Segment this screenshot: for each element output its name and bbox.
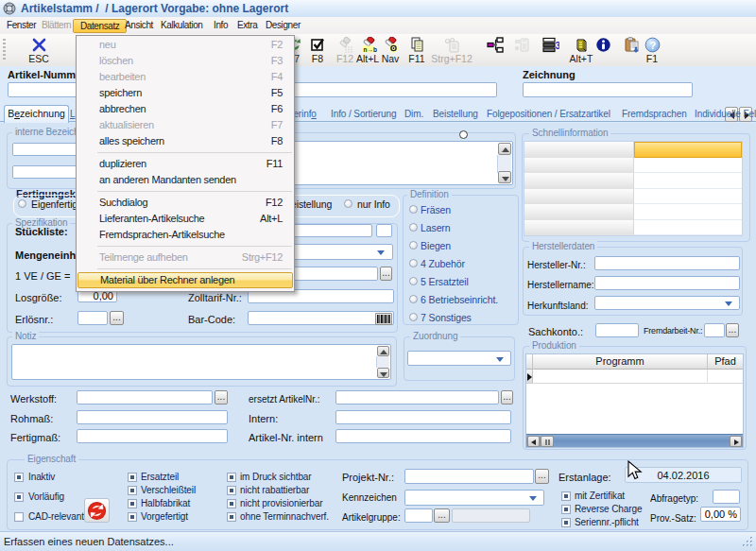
- menu-item-alles-speichern[interactable]: alles speichernF8: [77, 133, 294, 149]
- toolbar-button-f8[interactable]: F8: [306, 36, 329, 65]
- herkunftsland-select[interactable]: [594, 296, 740, 310]
- sachkonto-input[interactable]: [595, 323, 639, 337]
- abfragetyp-input[interactable]: [713, 490, 740, 504]
- notiz-textarea[interactable]: [11, 344, 391, 380]
- erloesnr-input[interactable]: [77, 311, 108, 325]
- schnellinfo-cell[interactable]: [634, 220, 742, 236]
- radio-definition-7-sonstiges[interactable]: [409, 313, 418, 321]
- checkbox-nicht-rabattierbar[interactable]: [227, 486, 236, 495]
- toolbar-button-clipboard-paste[interactable]: [620, 36, 643, 65]
- toolbar-button-info[interactable]: [592, 36, 614, 65]
- tab-individuelle-felder[interactable]: Individuelle Felder: [695, 109, 756, 119]
- provsatz-input[interactable]: [700, 507, 741, 522]
- checkbox-cad-relevant[interactable]: [14, 512, 24, 522]
- barcode-icon[interactable]: [375, 313, 392, 325]
- scroll-down-button[interactable]: [498, 171, 511, 183]
- notiz-scrollbar-track[interactable]: [376, 356, 389, 368]
- menu-item-lieferanten-artikelsuche[interactable]: Lieferanten-ArtikelsucheAlt+L: [77, 211, 294, 227]
- menu-item-suchdialog[interactable]: SuchdialogF12: [77, 195, 294, 211]
- menu-item-an-anderen-mandanten-senden[interactable]: an anderen Mandanten senden: [77, 172, 294, 188]
- fertigmass-input[interactable]: [77, 429, 228, 443]
- menu-item-löschen[interactable]: löschenF3: [77, 53, 294, 69]
- ersetzt-artikelnr-browse-button[interactable]: ...: [501, 390, 513, 405]
- tab-folgepositionen-ersatzartikel[interactable]: Folgepositionen / Ersatzartikel: [487, 109, 610, 119]
- toolbar-button-nav[interactable]: Nav: [379, 36, 402, 65]
- radio-definition-biegen[interactable]: [409, 241, 418, 250]
- notiz-scroll-up-button[interactable]: [377, 346, 389, 356]
- tab-bezeichnung[interactable]: Bezeichnung: [4, 105, 69, 123]
- fremdarbeit-input[interactable]: [704, 323, 725, 337]
- checkbox-halbfabrikat[interactable]: [128, 499, 137, 508]
- erloesnr-browse-button[interactable]: ...: [110, 311, 124, 325]
- menu-item-bearbeiten[interactable]: bearbeitenF4: [77, 69, 294, 85]
- checkbox-seriennr-pflicht[interactable]: [561, 518, 571, 527]
- menubar-item-designer[interactable]: Designer: [259, 17, 307, 34]
- cad-refresh-button[interactable]: [84, 498, 110, 523]
- checkbox-mit-zertifikat[interactable]: [561, 491, 571, 501]
- werkstoff-input[interactable]: [77, 390, 213, 405]
- artikelgruppe-input[interactable]: [404, 508, 433, 523]
- schnellinfo-cell-highlighted[interactable]: [634, 142, 742, 158]
- produktion-hscrollbar[interactable]: [526, 434, 743, 447]
- checkbox-im-druck-sichtbar[interactable]: [227, 473, 236, 482]
- resize-grip[interactable]: [742, 536, 754, 548]
- produktion-row[interactable]: [533, 370, 743, 384]
- menu-item-neu[interactable]: neuF2: [77, 37, 294, 53]
- checkbox-ersatzteil[interactable]: [128, 473, 137, 482]
- radio-fk-nur-info[interactable]: [344, 199, 352, 208]
- menu-item-aktualisieren[interactable]: aktualisierenF7: [77, 117, 294, 133]
- hersteller-nr-input[interactable]: [594, 256, 740, 270]
- notiz-scroll-down-button[interactable]: [377, 368, 389, 378]
- radio-definition-fräsen[interactable]: [409, 205, 418, 214]
- schnellinfo-cell[interactable]: [634, 158, 742, 174]
- toolbar-button-org-tree-grey[interactable]: [509, 36, 532, 65]
- menu-item-fremdsprachen-artikelsuche[interactable]: Fremdsprachen-Artikelsuche: [77, 227, 294, 243]
- checkbox-verschleißteil[interactable]: [128, 486, 137, 495]
- barcode-input[interactable]: [248, 311, 394, 325]
- checkbox-reverse-charge[interactable]: [561, 505, 571, 514]
- produktion-scroll-right-button[interactable]: [730, 436, 742, 447]
- tab-fremdsprachen[interactable]: Fremdsprachen: [622, 109, 687, 119]
- kennzeichen-select[interactable]: [404, 490, 544, 506]
- radio-definition-4-zubehör[interactable]: [409, 259, 418, 267]
- herstellername-input[interactable]: [594, 276, 740, 290]
- checkbox-vorläufig[interactable]: [14, 492, 24, 502]
- rohmass-input[interactable]: [77, 410, 228, 424]
- menu-item-duplizieren[interactable]: duplizierenF11: [77, 156, 294, 172]
- produktion-scroll-thumb[interactable]: [541, 436, 554, 447]
- schnellinfo-cell[interactable]: [634, 204, 742, 220]
- schnellinformation-table[interactable]: [524, 141, 743, 236]
- schnellinfo-cell[interactable]: [634, 173, 742, 189]
- produktion-scroll-left-button[interactable]: [527, 436, 540, 447]
- zeichnung-input[interactable]: [523, 82, 693, 97]
- radio-definition-5-ersatzteil[interactable]: [409, 277, 418, 285]
- toolbar-button-org-tree[interactable]: [483, 36, 506, 65]
- zuordnung-select[interactable]: [407, 351, 511, 366]
- schnellinfo-cell[interactable]: [634, 189, 742, 205]
- tab-dim-[interactable]: Dim.: [404, 109, 423, 119]
- projekt-nr-input[interactable]: [404, 469, 534, 484]
- ersetzt-artikelnr-input[interactable]: [335, 390, 499, 405]
- intern-input[interactable]: [335, 410, 511, 424]
- toolbar-button-esc[interactable]: ESC: [27, 36, 50, 65]
- menubar-item-kalkulation[interactable]: Kalkulation: [154, 17, 210, 34]
- radio-fk-eigenfertigung[interactable]: [18, 199, 26, 208]
- toolbar-grip[interactable]: [3, 39, 6, 61]
- menu-item-teilmenge-aufheben[interactable]: Teilmenge aufhebenStrg+F12: [77, 250, 294, 266]
- stueckliste-extra-input[interactable]: [376, 224, 392, 237]
- produktion-table[interactable]: Programm Pfad: [525, 353, 744, 448]
- fremdarbeit-browse-button[interactable]: ...: [726, 323, 739, 337]
- toolbar-button-list-3[interactable]: 3: [539, 36, 561, 65]
- radio-definition-6-betriebseinricht-[interactable]: [409, 295, 418, 303]
- projekt-nr-browse-button[interactable]: ...: [535, 469, 549, 484]
- werkstoff-browse-button[interactable]: ...: [215, 390, 228, 405]
- scroll-up-button[interactable]: [498, 143, 511, 155]
- toolbar-button-f11[interactable]: F11: [405, 36, 428, 65]
- ve-ge-browse-button[interactable]: ...: [380, 267, 392, 281]
- artikelnr-intern-input[interactable]: [335, 429, 511, 443]
- toolbar-button-f1[interactable]: ?F1: [641, 36, 663, 65]
- checkbox-nicht-provisionierbar[interactable]: [227, 499, 236, 508]
- menubar-item-blättern[interactable]: Blättern: [35, 17, 77, 34]
- checkbox-ohne-terminnachverf-[interactable]: [227, 512, 236, 522]
- checkbox-vorgefertigt[interactable]: [128, 512, 137, 522]
